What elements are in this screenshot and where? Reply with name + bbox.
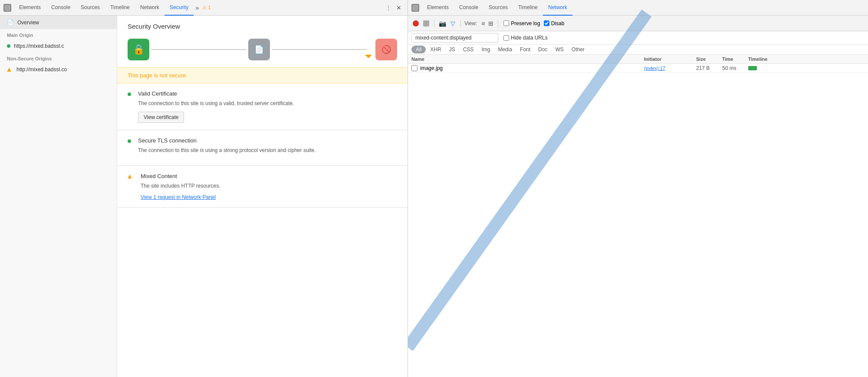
toolbar-divider-1 (434, 20, 434, 27)
right-tab-sources[interactable]: Sources (483, 0, 513, 16)
type-filter-font[interactable]: Font (516, 46, 534, 53)
view-grid-icon[interactable]: ⊞ (488, 20, 493, 27)
secure-tls-body: Secure TLS connection The connection to … (138, 137, 397, 159)
valid-cert-title: Valid Certificate (138, 90, 397, 97)
valid-cert-desc: The connection to this site is using a v… (138, 99, 397, 107)
view-network-panel-link[interactable]: View 1 request in Network Panel (141, 194, 216, 200)
valid-cert-section: Valid Certificate The connection to this… (117, 83, 408, 130)
valid-cert-indicator (128, 91, 131, 123)
disable-cache-wrapper: Disab (544, 20, 565, 26)
sidebar-item-main-origin[interactable]: https://mixed.badssl.c (0, 40, 117, 53)
type-filter-ws[interactable]: WS (552, 46, 567, 53)
type-filter-bar: All XHR JS CSS Img Media Font Doc WS Oth… (408, 45, 868, 55)
cell-time: 50 ms (722, 65, 748, 71)
right-tab-network[interactable]: Network (543, 0, 572, 16)
warning-triangle-icon (7, 68, 11, 72)
non-secure-url: http://mixed.badssl.co (16, 66, 67, 73)
network-toolbar: 📷 ▽ View: ≡ ⊞ Preserve log Disab (408, 16, 868, 31)
right-tab-elements[interactable]: Elements (422, 0, 454, 16)
valid-cert-body: Valid Certificate The connection to this… (138, 90, 397, 123)
video-icon: 📷 (439, 20, 446, 27)
mixed-content-body: Mixed Content The site includes HTTP res… (139, 173, 397, 200)
row-checkbox[interactable] (411, 65, 418, 71)
warning-triangle-mixed (128, 175, 132, 179)
secure-tls-desc: The connection to this site is using a s… (138, 146, 397, 154)
secure-icon-green: 🔒 (128, 39, 149, 60)
type-filter-media[interactable]: Media (494, 46, 516, 53)
file-name: image.jpg (420, 65, 443, 71)
warning-badge: ⚠ 1 (202, 5, 210, 10)
right-devtools-panel: Elements Console Sources Timeline Networ… (408, 0, 868, 377)
sidebar-overview-label: Overview (17, 20, 39, 26)
preserve-log-label: Preserve log (511, 20, 540, 26)
type-filter-css[interactable]: CSS (460, 46, 477, 53)
non-secure-section-label: Non-Secure Origins (0, 53, 117, 63)
tab-sources[interactable]: Sources (76, 0, 105, 16)
table-row[interactable]: image.jpg (index):17 217 B 50 ms (408, 64, 868, 73)
stop-icon (423, 20, 429, 26)
col-header-name[interactable]: Name (411, 56, 644, 62)
stop-button[interactable] (422, 19, 431, 28)
chevron-down-icon (365, 55, 372, 58)
filter-input[interactable] (411, 33, 498, 43)
tab-console[interactable]: Console (46, 0, 76, 16)
mixed-content-indicator (128, 174, 132, 200)
sidebar-item-overview[interactable]: 📄 Overview (0, 16, 117, 29)
mixed-content-title: Mixed Content (141, 173, 397, 179)
tab-close-btn[interactable]: ✕ (394, 3, 404, 13)
right-tab-bar: Elements Console Sources Timeline Networ… (408, 0, 868, 16)
secure-tls-indicator (128, 138, 131, 159)
type-filter-xhr[interactable]: XHR (427, 46, 444, 53)
type-filter-other[interactable]: Other (568, 46, 588, 53)
col-header-timeline[interactable]: Timeline (748, 56, 865, 62)
icon-line-1 (151, 49, 247, 50)
tab-elements[interactable]: Elements (14, 0, 46, 16)
security-content-panel: Security Overview 🔒 📄 🚫 This page is not… (117, 16, 408, 377)
record-button[interactable] (411, 19, 420, 28)
type-filter-js[interactable]: JS (446, 46, 459, 53)
tab-network[interactable]: Network (135, 0, 164, 16)
green-dot-cert (128, 93, 131, 96)
right-devtools-logo-icon (411, 4, 419, 12)
cell-timeline (748, 66, 865, 70)
filter-button[interactable]: ▽ (448, 19, 457, 28)
hide-data-urls-checkbox[interactable] (503, 35, 509, 41)
green-dot-tls (128, 139, 131, 143)
left-devtools-panel: Elements Console Sources Timeline Networ… (0, 0, 408, 377)
type-filter-doc[interactable]: Doc (535, 46, 551, 53)
col-header-size[interactable]: Size (696, 56, 722, 62)
cell-initiator[interactable]: (index):17 (644, 66, 696, 71)
disable-label: Disab (551, 20, 565, 26)
warning-banner: This page is not secure. (117, 67, 408, 83)
left-tab-bar: Elements Console Sources Timeline Networ… (0, 0, 408, 16)
green-dot-icon (7, 44, 10, 48)
filter-icon: ▽ (450, 20, 455, 27)
col-header-initiator[interactable]: Initiator (644, 56, 696, 62)
right-tab-timeline[interactable]: Timeline (513, 0, 543, 16)
video-button[interactable]: 📷 (438, 19, 447, 28)
tab-overflow-btn[interactable]: » (195, 4, 199, 11)
security-icons-row: 🔒 📄 🚫 (117, 35, 408, 67)
type-filter-img[interactable]: Img (478, 46, 493, 53)
disable-cache-checkbox[interactable] (544, 20, 549, 26)
tab-timeline[interactable]: Timeline (105, 0, 135, 16)
toolbar-divider-3 (498, 20, 498, 27)
hide-data-urls-wrapper: Hide data URLs (503, 35, 548, 41)
timeline-bar (748, 66, 757, 70)
secure-tls-section: Secure TLS connection The connection to … (117, 130, 408, 166)
preserve-log-wrapper: Preserve log (503, 20, 540, 26)
preserve-log-checkbox[interactable] (503, 20, 509, 26)
sidebar-item-non-secure[interactable]: http://mixed.badssl.co (0, 63, 117, 76)
tab-menu-btn[interactable]: ⋮ (383, 3, 394, 13)
view-certificate-button[interactable]: View certificate (138, 112, 184, 123)
col-header-time[interactable]: Time (722, 56, 748, 62)
secure-tls-title: Secure TLS connection (138, 137, 397, 144)
svg-rect-1 (4, 5, 10, 11)
main-origin-section-label: Main Origin (0, 29, 117, 40)
type-filter-all[interactable]: All (411, 46, 426, 53)
tab-security[interactable]: Security (164, 0, 194, 16)
view-list-icon[interactable]: ≡ (481, 20, 485, 27)
toolbar-divider-2 (460, 20, 461, 27)
security-sidebar: 📄 Overview Main Origin https://mixed.bad… (0, 16, 117, 377)
right-tab-console[interactable]: Console (454, 0, 483, 16)
